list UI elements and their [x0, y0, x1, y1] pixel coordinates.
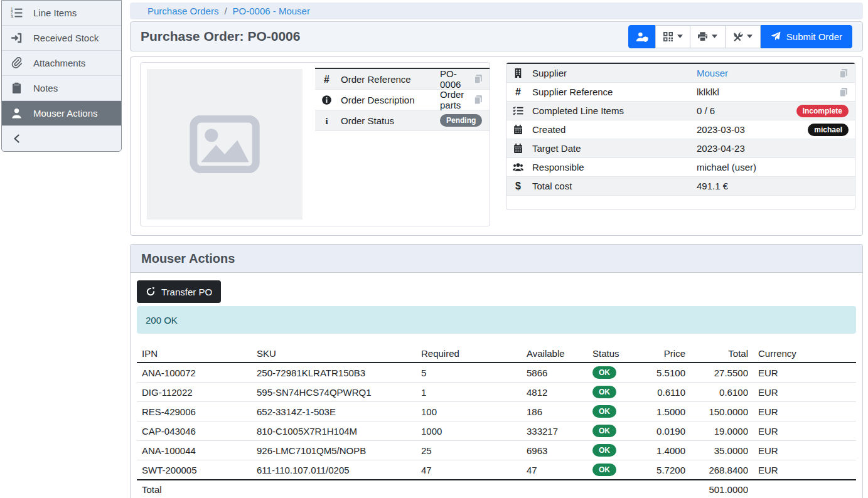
caret-down-icon	[677, 34, 683, 38]
cell-available: 47	[522, 460, 587, 480]
detail-value: PO-0006	[440, 68, 468, 90]
svg-text:$: $	[515, 181, 521, 191]
copy-icon[interactable]	[473, 95, 483, 105]
cell-total: 27.5500	[690, 363, 753, 383]
column-header-total: Total	[690, 345, 753, 363]
transfer-po-label: Transfer PO	[161, 287, 212, 297]
cell-ipn: CAP-043046	[137, 421, 252, 441]
breadcrumb-link-purchase-orders[interactable]: Purchase Orders	[147, 6, 218, 16]
sidebar-item-received-stock[interactable]: Received Stock	[2, 26, 121, 51]
users-icon	[513, 162, 523, 172]
sign-in-icon	[11, 32, 23, 44]
cell-required: 1000	[416, 421, 522, 441]
mouser-actions-panel: Mouser Actions Transfer PO 200 OK IPNSKU…	[130, 244, 863, 498]
cell-status: OK	[587, 421, 628, 441]
detail-label: Order Reference	[341, 74, 440, 85]
copy-icon[interactable]	[839, 68, 849, 78]
sidebar-item-attachments[interactable]: Attachments	[2, 51, 121, 76]
cell-ipn: SWT-200005	[137, 460, 252, 480]
cell-required: 100	[416, 402, 522, 421]
status-badge: michael	[808, 124, 849, 136]
ok-status-badge: OK	[592, 366, 616, 379]
admin-button[interactable]	[628, 25, 655, 48]
empty-cell	[522, 480, 587, 498]
sidebar-nav: 123Line ItemsReceived StockAttachmentsNo…	[2, 1, 121, 126]
cell-available: 186	[522, 402, 587, 421]
status-alert-message: 200 OK	[146, 315, 178, 326]
detail-value[interactable]: Mouser	[697, 68, 833, 78]
sidebar-item-notes[interactable]: Notes	[2, 76, 121, 101]
empty-cell	[587, 480, 628, 498]
cell-sku: 595-SN74HCS74QPWRQ1	[252, 383, 416, 402]
image-placeholder-icon	[190, 115, 260, 173]
cell-price: 5.5100	[628, 363, 690, 383]
column-header-ipn: IPN	[137, 345, 252, 363]
detail-row-responsible: Responsiblemichael (user)	[506, 158, 855, 177]
main-content: Purchase Orders / PO-0006 - Mouser Purch…	[130, 3, 863, 498]
cell-required: 1	[416, 383, 522, 402]
line-items-table-body: ANA-100072250-72981KLRATR150B355866OK5.5…	[137, 363, 856, 480]
order-options-button[interactable]	[726, 25, 761, 48]
cell-available: 4812	[522, 383, 587, 402]
column-header-sku: SKU	[252, 345, 416, 363]
column-header-currency: Currency	[753, 345, 856, 363]
cell-available: 6963	[522, 441, 587, 460]
table-row: RES-429006652-3314Z-1-503E100186OK1.5000…	[137, 402, 856, 421]
copy-icon[interactable]	[839, 87, 849, 97]
detail-value: 491.1 €	[697, 181, 849, 191]
sidebar-item-label: Line Items	[33, 8, 77, 18]
column-header-available: Available	[522, 345, 587, 363]
cell-currency: EUR	[753, 402, 856, 421]
mouser-actions-title: Mouser Actions	[141, 252, 235, 266]
sidebar-item-mouser-actions[interactable]: Mouser Actions	[2, 101, 121, 126]
supplier-details-table: SupplierMouser#Supplier Referencelklklkl…	[506, 63, 855, 209]
detail-row-supplier-reference: #Supplier Referencelklklkl	[506, 83, 855, 102]
cell-price: 0.0190	[628, 421, 690, 441]
caret-down-icon	[747, 34, 753, 38]
tools-icon	[732, 31, 743, 42]
svg-text:#: #	[515, 87, 521, 97]
cell-total: 150.0000	[690, 402, 753, 421]
detail-label: Created	[532, 124, 697, 135]
cell-required: 25	[416, 441, 522, 460]
order-image-placeholder[interactable]	[147, 69, 303, 220]
cell-price: 1.4000	[628, 441, 690, 460]
cell-required: 47	[416, 460, 522, 480]
copy-icon[interactable]	[473, 74, 483, 84]
line-items-table: IPNSKURequiredAvailableStatusPriceTotalC…	[137, 345, 856, 498]
sidebar-item-label: Received Stock	[33, 33, 99, 43]
detail-row-completed-line-items: Completed Line Items0 / 6Incomplete	[506, 102, 855, 120]
detail-value: michael (user)	[697, 162, 849, 172]
detail-row-total-cost: $Total cost491.1 €	[506, 177, 855, 196]
user-icon	[11, 107, 23, 119]
cell-price: 5.7200	[628, 460, 690, 480]
ok-status-badge: OK	[592, 444, 616, 457]
hashtag-icon: #	[513, 87, 523, 97]
page-header: Purchase Order: PO-0006 Submit Order	[130, 21, 863, 51]
cell-available: 333217	[522, 421, 587, 441]
cell-total: 268.8400	[690, 460, 753, 480]
breadcrumb-link-current-order[interactable]: PO-0006 - Mouser	[233, 6, 310, 16]
table-row: DIG-112022595-SN74HCS74QPWRQ114812OK0.61…	[137, 383, 856, 402]
dollar-icon: $	[513, 181, 523, 191]
detail-value: 2023-03-03	[697, 124, 808, 135]
detail-value: lklklkl	[697, 87, 833, 97]
sidebar-item-line-items[interactable]: 123Line Items	[2, 1, 121, 26]
svg-text:i: i	[325, 116, 328, 126]
print-actions-button[interactable]	[690, 25, 726, 48]
qrcode-icon	[663, 31, 673, 42]
printer-icon	[697, 31, 708, 42]
submit-order-button[interactable]: Submit Order	[761, 25, 852, 48]
header-actions: Submit Order	[628, 25, 852, 48]
detail-row	[506, 196, 855, 209]
cell-status: OK	[587, 383, 628, 402]
total-label: Total	[137, 480, 252, 498]
transfer-po-button[interactable]: Transfer PO	[137, 280, 221, 303]
barcode-actions-button[interactable]	[655, 25, 690, 48]
status-alert: 200 OK	[137, 306, 856, 334]
detail-row-order-status: iOrder StatusPending	[315, 110, 490, 131]
cell-currency: EUR	[753, 460, 856, 480]
sidebar-collapse-button[interactable]	[2, 126, 121, 151]
cell-currency: EUR	[753, 383, 856, 402]
detail-label: Responsible	[532, 162, 697, 172]
